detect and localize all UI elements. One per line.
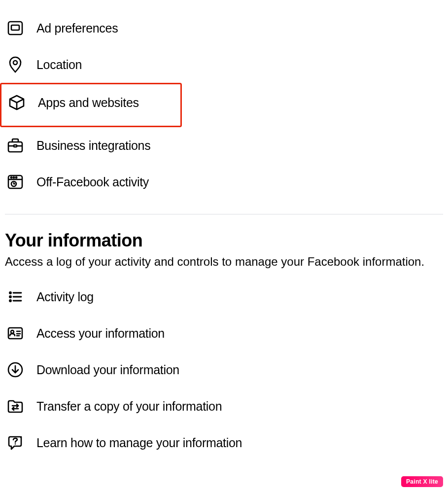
svg-point-10 xyxy=(10,292,11,294)
menu-item-off-facebook-activity[interactable]: Off-Facebook activity xyxy=(0,164,448,200)
svg-point-12 xyxy=(10,296,11,298)
menu-item-transfer-copy[interactable]: Transfer a copy of your information xyxy=(0,388,448,424)
box-icon xyxy=(7,93,26,112)
menu-label: Activity log xyxy=(36,290,94,304)
download-icon xyxy=(6,360,25,379)
id-card-icon xyxy=(6,324,25,343)
svg-point-17 xyxy=(11,330,14,333)
menu-item-apps-websites[interactable]: Apps and websites xyxy=(0,83,182,127)
svg-rect-1 xyxy=(11,25,19,30)
menu-item-download-info[interactable]: Download your information xyxy=(0,351,448,388)
menu-item-learn-manage[interactable]: Learn how to manage your information xyxy=(0,424,448,461)
svg-point-6 xyxy=(11,177,12,178)
menu-item-business-integrations[interactable]: Business integrations xyxy=(0,127,448,164)
folder-transfer-icon xyxy=(6,397,25,416)
menu-label: Learn how to manage your information xyxy=(36,436,242,450)
svg-point-8 xyxy=(16,177,17,178)
menu-label: Access your information xyxy=(36,326,165,341)
watermark-badge: Paint X lite xyxy=(401,476,443,487)
menu-item-access-info[interactable]: Access your information xyxy=(0,315,448,351)
activity-history-icon xyxy=(6,173,25,191)
section-description: Access a log of your activity and contro… xyxy=(0,251,448,279)
menu-label: Transfer a copy of your information xyxy=(36,399,222,414)
svg-point-14 xyxy=(10,300,11,302)
svg-point-7 xyxy=(13,177,14,178)
menu-label: Download your information xyxy=(36,363,179,377)
menu-item-location[interactable]: Location xyxy=(0,46,448,83)
question-chat-icon xyxy=(6,433,25,452)
menu-label: Apps and websites xyxy=(38,96,139,110)
menu-item-activity-log[interactable]: Activity log xyxy=(0,279,448,315)
ad-preferences-icon xyxy=(6,19,25,37)
section-divider xyxy=(5,214,443,214)
section-title: Your information xyxy=(0,223,448,251)
svg-rect-4 xyxy=(14,145,17,147)
svg-point-2 xyxy=(13,61,17,65)
svg-point-25 xyxy=(15,444,16,445)
menu-label: Business integrations xyxy=(36,139,150,153)
menu-label: Location xyxy=(36,58,82,72)
location-icon xyxy=(6,55,25,74)
menu-label: Off-Facebook activity xyxy=(36,175,149,189)
briefcase-icon xyxy=(6,136,25,155)
list-icon xyxy=(6,287,25,306)
menu-label: Ad preferences xyxy=(36,21,118,35)
menu-item-ad-preferences[interactable]: Ad preferences xyxy=(0,10,448,46)
svg-rect-0 xyxy=(8,22,22,35)
